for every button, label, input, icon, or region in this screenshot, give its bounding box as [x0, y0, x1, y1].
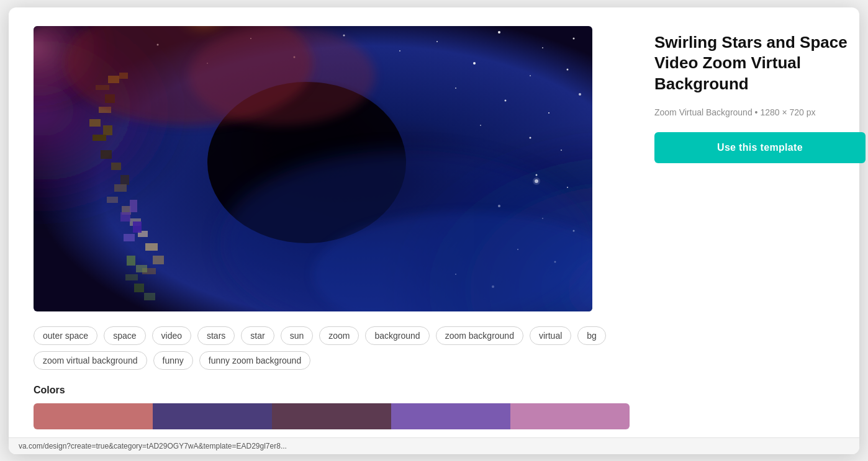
svg-rect-13: [103, 125, 112, 135]
tag[interactable]: outer space: [34, 326, 97, 345]
svg-rect-17: [120, 175, 129, 185]
svg-rect-12: [89, 119, 101, 127]
svg-point-52: [480, 125, 481, 126]
tag[interactable]: star: [241, 326, 274, 345]
template-title: Swirling Stars and Space Video Zoom Virt…: [654, 32, 866, 95]
tags-section: outer spacespacevideostarsstarsunzoombac…: [34, 326, 630, 370]
svg-rect-23: [145, 243, 158, 251]
svg-point-39: [498, 31, 500, 34]
svg-point-44: [399, 50, 400, 51]
space-preview-svg: [34, 26, 592, 311]
tag[interactable]: sun: [281, 326, 314, 345]
svg-rect-28: [133, 222, 142, 233]
svg-rect-24: [153, 256, 164, 264]
tag[interactable]: funny zoom background: [199, 351, 310, 370]
svg-rect-33: [134, 284, 144, 292]
svg-point-56: [567, 187, 568, 188]
tag[interactable]: funny: [153, 351, 193, 370]
svg-point-46: [530, 75, 531, 76]
tag[interactable]: zoom background: [436, 326, 523, 345]
tag[interactable]: video: [152, 326, 191, 345]
svg-rect-34: [144, 293, 155, 300]
svg-rect-26: [130, 200, 137, 212]
colors-section: Colors: [34, 385, 630, 429]
color-swatch[interactable]: [34, 403, 153, 429]
color-swatch[interactable]: [510, 403, 630, 429]
modal-container: outer spacespacevideostarsstarsunzoombac…: [9, 7, 859, 454]
svg-point-38: [436, 41, 438, 42]
svg-point-49: [504, 99, 506, 101]
svg-point-48: [455, 87, 456, 89]
svg-point-53: [529, 137, 531, 138]
status-url: va.com/design?create=true&category=tAD29…: [19, 442, 287, 450]
tag[interactable]: zoom: [319, 326, 359, 345]
svg-rect-29: [124, 234, 135, 241]
svg-rect-15: [101, 150, 112, 159]
svg-rect-32: [125, 274, 138, 280]
modal-inner: outer spacespacevideostarsstarsunzoombac…: [34, 26, 834, 436]
preview-image: [34, 26, 592, 311]
svg-rect-18: [114, 184, 127, 192]
colors-label: Colors: [34, 385, 630, 396]
svg-point-47: [566, 68, 568, 70]
svg-point-51: [579, 93, 581, 96]
color-swatches: [34, 403, 630, 429]
svg-point-40: [542, 47, 543, 48]
tag[interactable]: background: [365, 326, 429, 345]
svg-rect-16: [111, 163, 121, 170]
svg-point-45: [473, 62, 476, 65]
template-meta: Zoom Virtual Background • 1280 × 720 px: [654, 107, 866, 117]
color-swatch[interactable]: [153, 403, 272, 429]
tag[interactable]: bg: [577, 326, 606, 345]
tag[interactable]: zoom virtual background: [34, 351, 147, 370]
left-panel: outer spacespacevideostarsstarsunzoombac…: [34, 26, 630, 436]
svg-point-54: [561, 150, 562, 151]
svg-point-67: [189, 26, 375, 125]
status-bar: va.com/design?create=true&category=tAD29…: [9, 437, 859, 454]
svg-point-50: [548, 112, 549, 114]
svg-rect-30: [127, 256, 135, 266]
color-swatch[interactable]: [391, 403, 510, 429]
svg-point-55: [535, 174, 537, 176]
tag[interactable]: space: [104, 326, 145, 345]
color-swatch[interactable]: [272, 403, 391, 429]
tag[interactable]: stars: [197, 326, 235, 345]
use-template-button[interactable]: Use this template: [654, 132, 866, 163]
svg-rect-19: [107, 197, 118, 203]
svg-rect-27: [120, 212, 130, 222]
tag[interactable]: virtual: [530, 326, 571, 345]
svg-rect-14: [93, 135, 106, 141]
svg-point-41: [572, 37, 574, 39]
svg-point-37: [343, 34, 345, 36]
right-panel: Swirling Stars and Space Video Zoom Virt…: [654, 26, 866, 436]
svg-rect-31: [136, 265, 147, 272]
